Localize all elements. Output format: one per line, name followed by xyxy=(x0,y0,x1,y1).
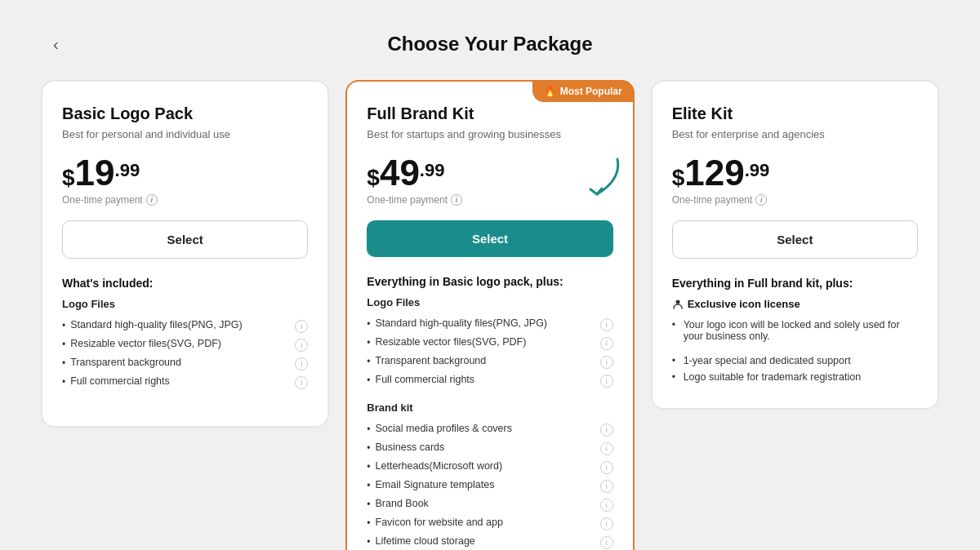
full-price-cents: .99 xyxy=(420,160,445,181)
basic-features-list: •Standard high-quality files(PNG, JPG) i… xyxy=(62,317,308,392)
list-item: Logo suitable for trademark registration xyxy=(672,369,918,385)
full-price-main: 49 xyxy=(380,155,420,191)
elite-info-icon: i xyxy=(755,194,767,206)
basic-title: Basic Logo Pack xyxy=(62,104,308,123)
elite-price-main: 129 xyxy=(684,155,744,191)
elite-title: Elite Kit xyxy=(672,104,918,123)
svg-point-0 xyxy=(675,299,679,304)
list-item: •Email Signature templates i xyxy=(367,477,612,495)
list-item: •Standard high-quality files(PNG, JPG) i xyxy=(62,317,308,335)
check-icon: i xyxy=(295,339,308,352)
basic-subtitle: Best for personal and individual use xyxy=(62,128,308,140)
list-item: •Transparent background i xyxy=(367,353,612,371)
list-item: •Business cards i xyxy=(367,439,612,458)
basic-price-main: 19 xyxy=(75,155,115,191)
exclusive-desc: Your logo icon will be locked and solely… xyxy=(672,317,918,344)
arrow-icon xyxy=(572,155,621,200)
full-price: $ 49 .99 xyxy=(367,155,612,191)
check-icon: i xyxy=(295,320,308,333)
elite-price: $ 129 .99 xyxy=(672,155,918,191)
page-title: Choose Your Package xyxy=(387,33,592,55)
elite-price-cents: .99 xyxy=(745,160,770,181)
check-icon: i xyxy=(600,517,613,530)
full-brand-kit-label: Brand kit xyxy=(367,401,612,414)
elite-dollar: $ xyxy=(672,165,685,191)
list-item: •Letterheads(Microsoft word) i xyxy=(367,458,612,477)
person-icon xyxy=(672,299,684,310)
elite-payment-note: One-time payment i xyxy=(672,194,918,206)
list-item: 1-year special and dedicated support xyxy=(672,353,918,369)
list-item: •Transparent background i xyxy=(62,354,308,373)
full-logo-features-list: •Standard high-quality files(PNG, JPG) i… xyxy=(367,315,612,390)
list-item: •Favicon for website and app i xyxy=(367,514,612,533)
elite-subtitle: Best for enterprise and agencies xyxy=(672,128,918,140)
check-icon: i xyxy=(295,357,308,370)
elite-section-label: Everything in Full brand kit, plus: xyxy=(672,277,918,290)
list-item: •Lifetime cloud storage i xyxy=(367,533,612,550)
basic-card: Basic Logo Pack Best for personal and in… xyxy=(41,80,329,428)
basic-section-label: What's included: xyxy=(62,277,308,290)
check-icon: i xyxy=(600,356,613,369)
page-header: ‹ Choose Your Package xyxy=(16,33,964,55)
basic-price-cents: .99 xyxy=(115,160,140,181)
list-item: •Brand Book i xyxy=(367,495,612,514)
check-icon: i xyxy=(600,337,613,350)
most-popular-badge: 🔥 Most Popular xyxy=(532,81,634,102)
basic-logo-files-label: Logo Files xyxy=(62,298,308,310)
list-item: •Social media profiles & covers i xyxy=(367,420,612,439)
check-icon: i xyxy=(600,442,613,455)
check-icon: i xyxy=(600,480,613,493)
full-select-button[interactable]: Select xyxy=(367,220,612,257)
check-icon: i xyxy=(600,318,613,331)
full-info-icon: i xyxy=(451,194,462,206)
check-icon: i xyxy=(600,424,613,437)
list-item: •Standard high-quality files(PNG, JPG) i xyxy=(367,315,612,334)
full-dollar: $ xyxy=(367,165,380,191)
basic-select-button[interactable]: Select xyxy=(62,220,308,259)
full-brand-features-list: •Social media profiles & covers i •Busin… xyxy=(367,420,612,550)
check-icon: i xyxy=(600,536,613,549)
full-card: 🔥 Most Popular Full Brand Kit Best for s… xyxy=(345,80,634,550)
elite-select-button[interactable]: Select xyxy=(672,220,918,259)
check-icon: i xyxy=(295,376,308,389)
elite-card: Elite Kit Best for enterprise and agenci… xyxy=(651,80,939,410)
check-icon: i xyxy=(600,499,613,512)
full-title: Full Brand Kit xyxy=(367,104,612,123)
basic-price: $ 19 .99 xyxy=(62,155,308,191)
list-item: •Resizable vector files(SVG, PDF) i xyxy=(367,334,612,353)
full-subtitle: Best for startups and growing businesses xyxy=(367,128,612,140)
basic-dollar: $ xyxy=(62,165,75,191)
list-item: •Full commercial rights i xyxy=(367,371,612,390)
full-logo-files-label: Logo Files xyxy=(367,296,612,308)
back-button[interactable]: ‹ xyxy=(49,31,63,58)
basic-info-icon: i xyxy=(146,194,158,206)
list-item: •Full commercial rights i xyxy=(62,373,308,392)
pricing-cards: Basic Logo Pack Best for personal and in… xyxy=(41,80,939,550)
full-section-label: Everything in Basic logo pack, plus: xyxy=(367,275,612,288)
check-icon: i xyxy=(600,375,613,388)
exclusive-license-label: Exclusive icon license xyxy=(672,298,918,310)
elite-extra-features: 1-year special and dedicated support Log… xyxy=(672,353,918,385)
basic-payment-note: One-time payment i xyxy=(62,194,308,206)
list-item: •Resizable vector files(SVG, PDF) i xyxy=(62,335,308,354)
check-icon: i xyxy=(600,461,613,474)
